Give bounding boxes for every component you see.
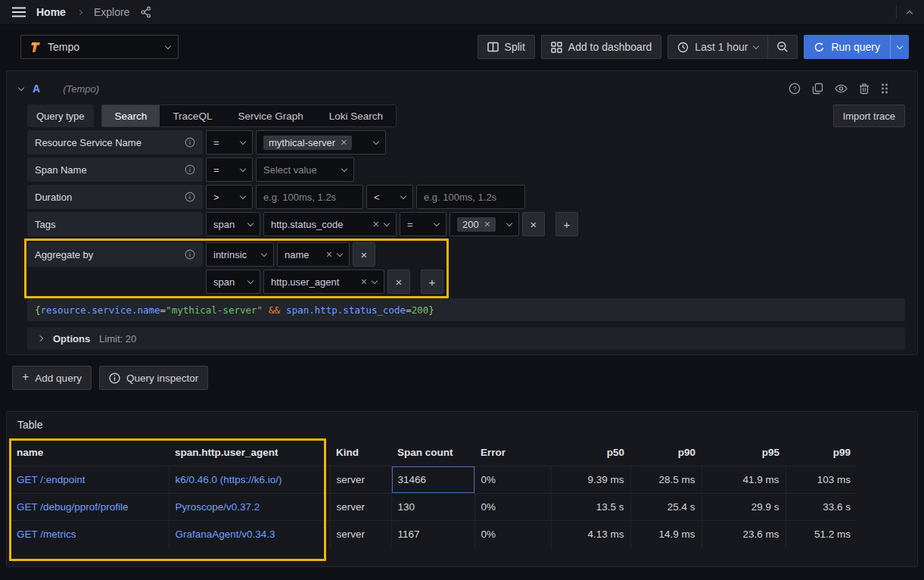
chevron-down-icon (261, 250, 267, 256)
query-datasource-hint: (Tempo) (63, 83, 99, 95)
aggregate-field-select[interactable]: http.user_agent × (263, 270, 384, 294)
clock-icon (677, 42, 689, 53)
duplicate-query-icon[interactable] (812, 83, 823, 95)
tag-name-select[interactable]: http.status_code × (263, 212, 397, 236)
remove-aggregate-button[interactable]: × (387, 270, 410, 294)
datasource-name: Tempo (48, 41, 160, 53)
aggregate-field-select[interactable]: name × (277, 242, 350, 267)
scope-value: span (213, 276, 235, 288)
split-button[interactable]: Split (478, 35, 535, 59)
error-cell: 0% (474, 493, 551, 520)
aggregate-scope-select[interactable]: span (206, 270, 260, 294)
operator-value: > (213, 192, 219, 203)
run-query-button[interactable]: Run query (804, 35, 890, 59)
chevron-down-icon (373, 138, 379, 144)
kind-cell: server (330, 520, 391, 547)
column-header-p95[interactable]: p95 (702, 440, 786, 466)
info-icon[interactable] (185, 137, 195, 148)
user-agent-link[interactable]: GrafanaAgent/v0.34.3 (169, 520, 330, 547)
table-panel: Table name span.http.user_agent Kind Spa… (6, 411, 918, 567)
import-trace-button[interactable]: Import trace (833, 104, 905, 127)
info-circle-icon (109, 373, 120, 384)
name-link[interactable]: GET /metrics (11, 520, 169, 547)
chevron-right-icon (37, 335, 43, 341)
add-to-dashboard-label: Add to dashboard (568, 41, 652, 53)
info-icon[interactable] (185, 192, 195, 202)
duration-max-input[interactable] (416, 185, 525, 209)
duration-max-operator-select[interactable]: < (366, 185, 413, 209)
column-header-name[interactable]: name (11, 440, 169, 466)
remove-query-icon[interactable] (859, 83, 870, 95)
span-count-cell: 130 (391, 493, 474, 520)
clear-field-icon[interactable]: × (361, 276, 367, 287)
collapse-nav-icon[interactable] (907, 10, 913, 16)
traceql-brace: } (428, 304, 434, 316)
user-agent-link[interactable]: Pyroscope/v0.37.2 (169, 493, 330, 520)
run-query-options-button[interactable] (890, 35, 909, 59)
name-link[interactable]: GET /:endpoint (11, 466, 169, 493)
tag-scope-select[interactable]: span (206, 212, 260, 236)
help-icon[interactable]: ? (789, 83, 801, 95)
collapse-query-icon[interactable] (18, 84, 24, 90)
datasource-picker[interactable]: Tempo (20, 35, 179, 59)
span-name-value-select[interactable]: Select value (256, 157, 354, 182)
name-link[interactable]: GET /debug/pprof/profile (11, 493, 169, 520)
column-header-p99[interactable]: p99 (786, 440, 857, 466)
results-table: name span.http.user_agent Kind Span coun… (11, 440, 857, 547)
breadcrumb-explore[interactable]: Explore (94, 6, 129, 18)
user-agent-link[interactable]: k6/0.46.0 (https://k6.io/) (169, 466, 330, 493)
traceql-value: 200 (412, 304, 429, 316)
time-range-picker[interactable]: Last 1 hour (668, 36, 767, 58)
info-icon[interactable] (185, 249, 195, 260)
query-inspector-button[interactable]: Query inspector (99, 366, 208, 390)
column-header-kind[interactable]: Kind (330, 440, 391, 466)
duration-min-input[interactable] (256, 185, 363, 209)
clear-field-icon[interactable]: × (326, 249, 332, 260)
query-editor-panel: A (Tempo) ? Query type Search TraceQL Se… (6, 70, 918, 355)
menu-icon[interactable] (12, 7, 26, 17)
breadcrumb-home[interactable]: Home (36, 6, 66, 18)
remove-value-icon[interactable]: × (484, 219, 490, 229)
remove-tag-filter-button[interactable]: × (522, 212, 545, 236)
chevron-down-icon (372, 277, 378, 283)
explore-actions: + Add query Query inspector (12, 366, 924, 390)
add-query-button[interactable]: + Add query (12, 366, 92, 390)
chevron-down-icon (337, 250, 343, 256)
column-header-span-count[interactable]: Span count (391, 440, 474, 466)
options-collapse-row[interactable]: Options Limit: 20 (27, 327, 905, 350)
aggregate-scope-select[interactable]: intrinsic (206, 242, 274, 267)
tab-traceql[interactable]: TraceQL (160, 105, 225, 126)
p99-cell: 33.6 s (786, 493, 857, 520)
add-aggregate-button[interactable]: + (421, 270, 443, 294)
zoom-out-time-button[interactable] (767, 36, 797, 58)
drag-handle-icon[interactable] (881, 83, 888, 95)
tag-value-select[interactable]: 200 × (450, 212, 519, 236)
query-ref-id[interactable]: A (33, 83, 40, 95)
column-header-user-agent[interactable]: span.http.user_agent (169, 440, 330, 466)
clear-tag-icon[interactable]: × (373, 219, 379, 229)
info-icon[interactable] (185, 164, 195, 175)
share-icon[interactable] (140, 6, 152, 18)
tab-service-graph[interactable]: Service Graph (225, 105, 316, 126)
duration-min-operator-select[interactable]: > (206, 185, 253, 209)
column-header-error[interactable]: Error (474, 440, 551, 466)
column-header-p90[interactable]: p90 (630, 440, 702, 466)
refresh-icon (814, 42, 825, 53)
service-name-operator-select[interactable]: = (206, 130, 253, 154)
toggle-visibility-icon[interactable] (835, 83, 848, 94)
column-header-p50[interactable]: p50 (551, 440, 630, 466)
tab-search[interactable]: Search (102, 105, 160, 126)
add-to-dashboard-button[interactable]: Add to dashboard (541, 35, 662, 59)
tag-operator-select[interactable]: = (400, 212, 446, 236)
value-chip: 200 × (457, 217, 496, 232)
remove-aggregate-button[interactable]: × (353, 242, 375, 267)
add-tag-filter-button[interactable]: + (555, 212, 578, 236)
select-placeholder: Select value (263, 164, 317, 176)
span-name-operator-select[interactable]: = (206, 157, 253, 182)
tab-loki-search[interactable]: Loki Search (316, 105, 396, 126)
query-type-label: Query type (27, 104, 94, 127)
operator-value: = (407, 219, 413, 230)
remove-value-icon[interactable]: × (341, 137, 347, 148)
service-name-value-select[interactable]: mythical-server × (256, 130, 386, 154)
chevron-down-icon (240, 165, 246, 171)
